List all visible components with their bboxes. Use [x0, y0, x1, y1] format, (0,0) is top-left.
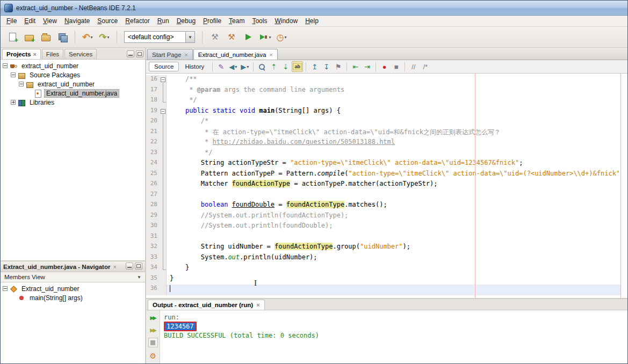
members-view-dropdown[interactable]: Members View ▼: [1, 272, 145, 282]
stop-macro-recording-button[interactable]: ■: [391, 61, 402, 72]
fold-gutter[interactable]: [160, 128, 167, 139]
tree-item[interactable]: −Extract_uid_number: [1, 284, 145, 293]
code-line[interactable]: 20 /*: [146, 117, 627, 128]
tree-item[interactable]: +Libraries: [1, 98, 145, 107]
rerun-button[interactable]: ▶▶: [148, 312, 158, 323]
debug-project-button[interactable]: ▾: [257, 30, 272, 45]
stop-build-button[interactable]: [148, 337, 158, 348]
code-line[interactable]: 35}: [146, 274, 627, 285]
fold-gutter[interactable]: [160, 212, 167, 222]
code-line[interactable]: 32 String uidNumber = foundActionType.gr…: [146, 243, 627, 253]
menu-profile[interactable]: Profile: [199, 16, 225, 26]
code-line[interactable]: 24 String actionTypeStr = "action-type=\…: [146, 159, 627, 170]
collapse-icon[interactable]: −: [19, 82, 24, 86]
new-file-button[interactable]: [5, 30, 20, 45]
fold-gutter[interactable]: [160, 264, 167, 274]
start-macro-recording-button[interactable]: ●: [379, 61, 390, 72]
code-line[interactable]: 29 //System.out.println(foundActionType)…: [146, 212, 627, 222]
menu-help[interactable]: Help: [301, 16, 322, 26]
menu-file[interactable]: File: [3, 16, 20, 26]
menu-run[interactable]: Run: [154, 16, 173, 26]
fold-gutter[interactable]: [160, 138, 167, 149]
fold-gutter[interactable]: [160, 201, 167, 212]
navigator-close-icon[interactable]: ×: [113, 264, 116, 270]
close-icon[interactable]: ×: [33, 52, 36, 57]
fold-gutter[interactable]: −: [160, 107, 167, 118]
ant-settings-button[interactable]: ⚙: [148, 351, 158, 361]
tree-item[interactable]: Extract_uid_number.java: [1, 89, 145, 98]
fold-gutter[interactable]: [160, 274, 167, 285]
fold-gutter[interactable]: [160, 191, 167, 201]
menu-window[interactable]: Window: [271, 16, 301, 26]
back-button[interactable]: ◀▾: [227, 61, 239, 72]
code-line[interactable]: 18 */: [146, 96, 627, 107]
tab-files[interactable]: Files: [42, 49, 63, 59]
next-bookmark-button[interactable]: ↧: [321, 61, 332, 72]
code-line[interactable]: 27: [146, 191, 627, 201]
fold-gutter[interactable]: [160, 170, 167, 180]
title-bar[interactable]: extract_uid_number - NetBeans IDE 7.2.1: [1, 1, 627, 16]
menu-edit[interactable]: Edit: [20, 16, 39, 26]
float-panel-icon[interactable]: [135, 263, 142, 270]
fold-gutter[interactable]: [160, 117, 167, 128]
uncomment-lines-button[interactable]: /*: [420, 61, 431, 72]
previous-bookmark-button[interactable]: ↥: [309, 61, 320, 72]
output-tab[interactable]: Output - extract_uid_number (run) ×: [148, 300, 265, 310]
toggle-highlight-search-button[interactable]: ab: [292, 61, 303, 72]
fold-gutter[interactable]: [160, 253, 167, 264]
error-stripe[interactable]: [620, 74, 627, 298]
menu-source[interactable]: Source: [93, 16, 121, 26]
rerun-with-args-button[interactable]: ▶▶: [148, 325, 158, 336]
editor-tab[interactable]: Extract_uid_number.java×: [193, 49, 278, 60]
forward-button[interactable]: ▶▾: [239, 61, 250, 72]
save-all-button[interactable]: [55, 30, 70, 45]
tree-item[interactable]: −extract_uid_number: [1, 61, 145, 70]
tab-projects[interactable]: Projects×: [2, 49, 41, 59]
comment-lines-button[interactable]: //: [408, 61, 419, 72]
find-selection-button[interactable]: [256, 61, 268, 72]
profile-project-button[interactable]: ◷▾: [274, 30, 289, 45]
collapse-icon[interactable]: −: [11, 72, 16, 77]
tab-services[interactable]: Services: [64, 49, 97, 59]
code-editor[interactable]: 16− /**17 * @param args the command line…: [146, 74, 627, 298]
find-previous-occurrence-button[interactable]: ⇡: [268, 61, 279, 72]
chevron-down-icon[interactable]: ▼: [185, 32, 194, 42]
fold-gutter[interactable]: [160, 180, 167, 191]
code-line[interactable]: 31: [146, 232, 627, 243]
code-line[interactable]: 22 * http://zhidao.baidu.com/question/50…: [146, 138, 627, 149]
editor-tab[interactable]: Start Page×: [147, 49, 193, 60]
collapse-icon[interactable]: −: [3, 286, 8, 291]
code-line[interactable]: 25 Pattern actionTypeP = Pattern.compile…: [146, 170, 627, 180]
source-view-toggle[interactable]: Source: [149, 62, 179, 71]
close-icon[interactable]: ×: [184, 52, 187, 57]
fold-gutter[interactable]: [160, 159, 167, 170]
find-next-occurrence-button[interactable]: ⇣: [280, 61, 291, 72]
next-usage-button[interactable]: ⇥: [362, 61, 373, 72]
collapse-icon[interactable]: −: [3, 63, 8, 68]
code-line[interactable]: 28 boolean foundDouble = foundActionType…: [146, 201, 627, 212]
fold-gutter[interactable]: [160, 232, 167, 243]
menu-navigate[interactable]: Navigate: [61, 16, 93, 26]
run-project-button[interactable]: [241, 30, 256, 45]
minimize-panel-icon[interactable]: [127, 50, 134, 57]
code-line[interactable]: 19− public static void main(String[] arg…: [146, 107, 627, 118]
redo-button[interactable]: ↷▾: [97, 30, 112, 45]
history-view-toggle[interactable]: History: [179, 62, 210, 71]
menu-debug[interactable]: Debug: [173, 16, 199, 26]
output-console[interactable]: run:1234567BUILD SUCCESSFUL (total time:…: [160, 310, 627, 363]
expand-icon[interactable]: +: [11, 100, 16, 105]
code-line[interactable]: 16− /**: [146, 75, 627, 86]
code-line[interactable]: 33 System.out.println(uidNumber);: [146, 253, 627, 264]
fold-gutter[interactable]: [160, 222, 167, 232]
fold-collapse-icon[interactable]: −: [161, 109, 165, 114]
menu-team[interactable]: Team: [225, 16, 248, 26]
fold-collapse-icon[interactable]: −: [161, 77, 165, 82]
new-project-button[interactable]: [21, 30, 37, 45]
code-line[interactable]: 30 //System.out.println(foundDouble);: [146, 222, 627, 232]
menu-view[interactable]: View: [39, 16, 61, 26]
last-edit-position-button[interactable]: ✎: [215, 61, 227, 72]
code-line[interactable]: 23 */: [146, 149, 627, 159]
clean-build-project-button[interactable]: ⚒: [224, 30, 239, 45]
config-dropdown[interactable]: <default config>▼: [124, 31, 195, 43]
code-line[interactable]: 36: [146, 285, 627, 295]
